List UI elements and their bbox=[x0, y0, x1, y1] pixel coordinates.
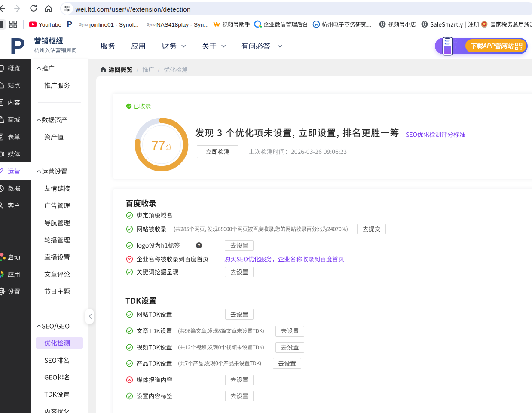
svg-text:Syno: Syno bbox=[79, 22, 88, 27]
svg-text:P: P bbox=[10, 34, 25, 59]
svg-text:P: P bbox=[67, 20, 73, 29]
svg-text:Syno: Syno bbox=[147, 22, 156, 27]
svg-text:?: ? bbox=[198, 243, 200, 248]
svg-text:77: 77 bbox=[151, 138, 165, 152]
svg-text:/: / bbox=[137, 67, 138, 73]
svg-text:e: e bbox=[315, 22, 318, 27]
svg-text:/: / bbox=[158, 67, 160, 73]
